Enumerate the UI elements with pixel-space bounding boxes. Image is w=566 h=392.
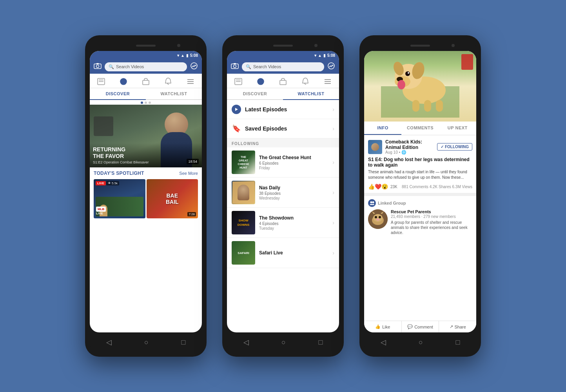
show-day-nas: Wednesday [259,196,328,200]
front-camera-2 [314,44,317,47]
tab-watchlist-2[interactable]: WATCHLIST [283,88,339,100]
tab-info[interactable]: INFO [364,122,401,135]
phone-2-device: ▾ ▲ ▮ 5:08 🔍 Search Videos [222,35,344,357]
status-bar-1: ▾ ▲ ▮ 5:08 [90,51,202,60]
recent-button-1[interactable]: □ [181,338,185,347]
tab-icon-menu[interactable] [183,77,198,86]
svg-point-40 [370,201,372,203]
home-button-1[interactable]: ○ [144,338,149,347]
search-bar-1[interactable]: 🔍 Search Videos [105,62,187,71]
hero-title: RETURNINGTHE FAVOR [93,146,199,160]
show-thumb-safari: SAFARI [232,241,255,265]
group-members: 21,493 members · 279 new members [391,214,472,219]
time-display: 5:08 [190,53,198,58]
show-thumb-nas [232,181,255,204]
phone-3-screen: INFO COMMENTS UP NEXT Comeback K [364,51,476,332]
saved-episodes-row[interactable]: 🔖 Saved Episodes › [227,119,339,138]
front-camera-3 [452,44,455,47]
tab-icon-notifications[interactable] [161,77,175,86]
tab-watchlist-1[interactable]: WATCHLIST [146,88,202,99]
linked-group-text: Linked Group [378,201,406,205]
back-button-1[interactable]: ◁ [106,338,112,347]
wifi-icon-2: ▾ [314,53,316,58]
phone-bottom-nav-3: ◁ ○ □ [364,332,476,352]
comment-button[interactable]: 💬 Comment [402,321,439,332]
chevron-latest: › [332,106,334,113]
tab-icon-watch[interactable] [116,77,131,86]
following-button[interactable]: ✓ FOLLOWING [437,143,472,151]
show-day-showdown: Tuesday [259,226,328,230]
linked-group-label: Linked Group [368,199,472,207]
search-bar-2[interactable]: 🔍 Search Videos [242,62,324,71]
share-label: Share [455,325,466,329]
spotlight-header: TODAY'S SPOTLIGHT See More [90,167,202,179]
group-icon [368,199,376,207]
discover-watchlist-tabs-1: DISCOVER WATCHLIST [90,88,202,100]
scroll-dots [90,100,202,105]
tab-icon-news[interactable] [94,77,108,86]
info-content-3: Comeback Kids: Animal Edition Aug 10 • 🌐… [364,135,476,242]
show-item-safari[interactable]: SAFARI Safari Live › [227,238,339,268]
home-button-2[interactable]: ○ [281,338,286,347]
spotlight-item-bae[interactable]: BAEBAIL 7:28 [147,179,198,218]
back-button-3[interactable]: ◁ [381,338,386,347]
svg-rect-15 [234,63,236,64]
tab-icon-menu-2[interactable] [321,77,335,86]
tab-icon-marketplace[interactable] [139,77,153,86]
linked-group-card[interactable]: Rescue Pet Parents 21,493 members · 279 … [368,209,472,235]
chevron-nas: › [332,189,334,196]
svg-point-46 [379,216,381,218]
show-item-cheese[interactable]: THEGREATCHEESEHUNT The Great Cheese Hunt… [227,147,339,178]
latest-episodes-row[interactable]: Latest Episodes › [227,100,339,119]
tab-icon-news-2[interactable] [231,77,245,86]
camera-icon[interactable] [94,63,102,71]
recent-button-2[interactable]: □ [318,338,323,347]
video-hero-3[interactable] [364,51,476,122]
following-label: FOLLOWING [445,145,469,149]
mlb-logo: MLB LIVE [96,207,106,215]
see-more-button[interactable]: See More [179,171,198,176]
group-avatar [368,209,388,229]
show-avatar [368,140,382,154]
phone-3-top [364,40,476,51]
like-button[interactable]: 👍 Like [364,321,402,332]
show-item-showdown[interactable]: SHOWDOWNS The Showdown 4 Episodes Tuesda… [227,208,339,238]
live-badge: LIVE [96,181,106,185]
tab-discover-1[interactable]: DISCOVER [90,88,146,100]
tab-comments[interactable]: COMMENTS [401,122,439,135]
share-button[interactable]: ↗ Share [439,321,476,332]
recent-button-3[interactable]: □ [455,338,460,347]
post-date-text: Aug 10 [385,150,398,154]
back-button-2[interactable]: ◁ [243,338,249,347]
tab-discover-2[interactable]: DISCOVER [227,88,283,99]
camera-icon-2[interactable] [231,63,239,71]
show-name-cheese: The Great Cheese Hunt [259,155,328,160]
tab-up-next[interactable]: UP NEXT [439,122,476,135]
phone-1-screen: ▾ ▲ ▮ 5:08 🔍 Search Videos [90,51,202,332]
messenger-icon-1[interactable] [190,62,198,71]
show-item-nas[interactable]: Nas Daily 38 Episodes Wednesday › [227,178,339,208]
tab-icon-notifications-2[interactable] [298,77,312,86]
comment-icon: 💬 [407,324,413,329]
post-title-info: Comeback Kids: Animal Edition Aug 10 • 🌐 [385,139,434,154]
check-icon: ✓ [441,145,444,149]
messenger-icon-2[interactable] [327,62,335,71]
reactions-stats: 881 Comments 4.2K Shares 6.3M Views [402,185,472,189]
tab-icon-marketplace-2[interactable] [276,77,290,86]
like-icon: 👍 [375,324,381,329]
spotlight-item-live[interactable]: LIVE 👁 5.5k MLB LIVE [94,179,145,218]
hero-overlay: RETURNINGTHE FAVOR S1:E2 Operation Comba… [90,143,202,167]
svg-point-41 [372,201,374,203]
play-icon-section [232,105,241,114]
status-bar-2: ▾ ▲ ▮ 5:08 [227,51,339,60]
eye-icon-small: 👁 [108,181,111,185]
phone-2-screen: ▾ ▲ ▮ 5:08 🔍 Search Videos [227,51,339,332]
hero-video-1[interactable]: RETURNINGTHE FAVOR S1:E2 Operation Comba… [90,105,202,167]
home-button-3[interactable]: ○ [419,338,423,347]
tab-icon-watch-2[interactable] [254,77,268,86]
spotlight-title: TODAY'S SPOTLIGHT [94,171,144,176]
show-name-nas: Nas Daily [259,185,328,191]
battery-icon-2: ▮ [323,53,326,58]
dot-2 [145,102,147,104]
share-icon: ↗ [450,324,453,329]
